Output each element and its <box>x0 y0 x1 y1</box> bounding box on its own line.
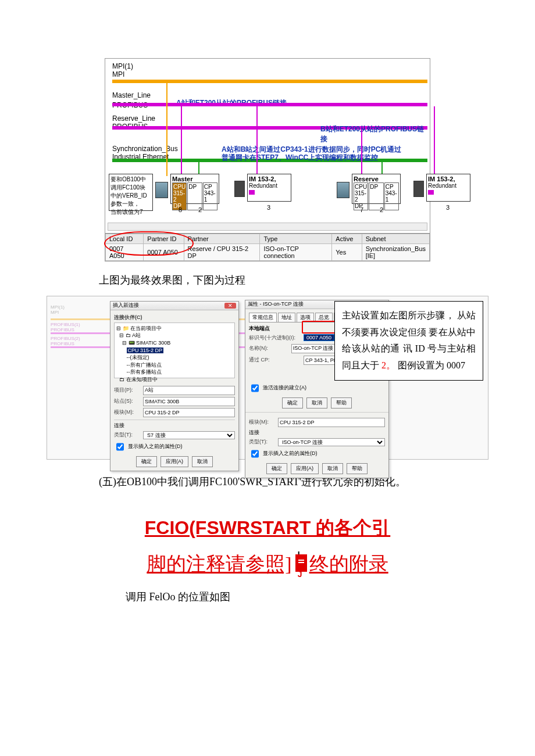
verb-id-note: 要和OB100中 调用FC100块 中的VERB_ID 参数一致， 当前该值为7 <box>109 174 153 211</box>
activate-conn-checkbox[interactable] <box>251 384 259 392</box>
th-partner: Partner <box>184 234 260 244</box>
dlg1-select-label: 连接伙伴(C) <box>114 314 235 321</box>
reserve-line-label: Reserve_Line <box>112 114 427 123</box>
project-tree[interactable]: ⊟ 📁 在当前项目中 ⊟ 🗀 A站 ⊟ 📟 SIMATIC 300B CPU 3… <box>114 323 235 378</box>
im-icon-2 <box>413 181 424 197</box>
th-type: Type <box>260 234 332 244</box>
mpi1-label: MPI(1) <box>112 62 427 70</box>
big-title-line2: 脚的注释请参照] IJ 终的附录 <box>35 547 500 581</box>
im153-box-2: IM 153-2, Redundant <box>426 174 470 202</box>
annotation-box: 主站设置如左图所示步骤， 从站不须要再次设定但须 要在从站中给该从站的通 讯 I… <box>334 301 483 381</box>
red-circle-annotation <box>104 231 194 256</box>
td-partnername: Reserve / CPU 315-2 DP <box>184 244 260 261</box>
td-type: ISO-on-TCP connection <box>260 244 332 261</box>
ok-button-2[interactable]: 确定 <box>282 397 303 409</box>
caption-1: 上图为最终效果图，下图为过程 <box>99 272 535 289</box>
id-hex-value[interactable]: 0007 A050 <box>304 334 334 341</box>
th-subnet: Subnet <box>362 234 429 244</box>
apply-button[interactable]: 应用(A) <box>160 456 188 467</box>
type2-select[interactable]: ISO-on-TCP 连接 <box>278 438 385 446</box>
module2-input[interactable] <box>278 418 385 427</box>
td-subnet: Synchronization_Bus [IE] <box>362 244 429 261</box>
insert-connection-dialog[interactable]: 插入新连接✕ 连接伙伴(C) ⊟ 📁 在当前项目中 ⊟ 🗀 A站 ⊟ 📟 SIM… <box>110 301 239 471</box>
close-icon[interactable]: ✕ <box>224 303 236 309</box>
reserve-note: B站和ET200从站的PROFIBUS链接 <box>320 124 430 144</box>
im-icon-1 <box>234 181 245 197</box>
dlg1-title: 插入新连接 <box>113 302 139 309</box>
project-input[interactable] <box>143 386 235 395</box>
im153-box-1: IM 153-2, Redundant <box>247 174 291 202</box>
station-input[interactable] <box>143 397 235 406</box>
rack-reserve: Reserve CPU315-2DP DP CP343-1 <box>352 174 401 204</box>
sync-note-2: 普通网卡在STEP7、WinCC上实现编程和数据监控 <box>222 153 378 163</box>
caption-3: 调用 FelOo 的位置如图 <box>126 589 535 605</box>
cancel-button-2[interactable]: 取消 <box>306 397 327 409</box>
show-props-checkbox[interactable] <box>116 443 124 451</box>
big-title-line1: FCIO(FSWRSTART 的各个引 <box>35 512 500 543</box>
rack-master: Master CPU315-2DP DP CP343-1 <box>170 174 219 204</box>
cancel-button[interactable]: 取消 <box>192 456 213 467</box>
type-select[interactable]: S7 连接 <box>143 431 235 439</box>
netpro-screenshot: MPI(1) MPI Master_Line PROFIBUS A站和ET200… <box>105 58 430 261</box>
dialog-screenshot: MPI(1)MPI PROFIBUS(1)PROFIBUS PROFIBUS(2… <box>47 296 488 460</box>
plc-icon-master <box>155 182 168 198</box>
connection-table: Local ID Partner ID Partner Type Active … <box>105 233 430 261</box>
td-active: Yes <box>332 244 362 261</box>
th-active: Active <box>332 234 362 244</box>
plc-icon-reserve <box>337 182 349 198</box>
mpi2-label: MPI <box>112 70 427 78</box>
module-input[interactable] <box>143 408 235 417</box>
inline-glyph: IJ <box>292 554 309 578</box>
help-button[interactable]: 帮助 <box>331 397 352 409</box>
ok-button[interactable]: 确定 <box>136 456 157 467</box>
dlg2-title: 属性 - ISO-on-TCP 连接 <box>248 300 304 308</box>
